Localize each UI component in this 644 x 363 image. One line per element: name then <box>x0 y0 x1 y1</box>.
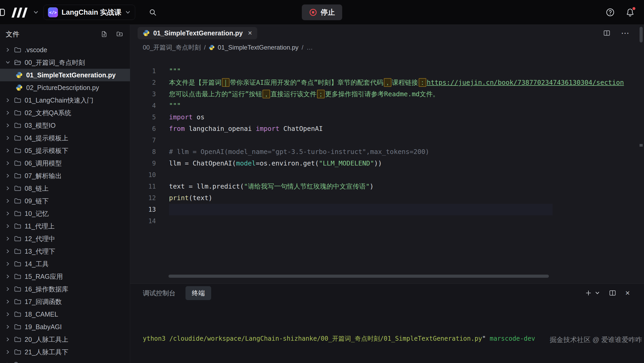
tree-item-folder[interactable]: 20_人脉工具上 <box>0 333 130 346</box>
code-line[interactable]: 9llm = ChatOpenAI(model=os.environ.get("… <box>130 158 644 169</box>
editor-area: 01_SimpleTextGeneration.py × ⋯ 00_开篇词_奇点… <box>130 25 644 284</box>
new-terminal-button[interactable] <box>585 289 600 297</box>
folder-icon <box>14 185 21 191</box>
chevron-right-icon <box>5 312 14 317</box>
python-icon <box>16 84 23 91</box>
tab-debug-console[interactable]: 调试控制台 <box>143 289 176 297</box>
code-editor[interactable]: 1""" 2本文件是【开篇词｜带你亲证AI应用开发的“奇点”时刻】章节的配套代码… <box>130 65 644 227</box>
tree-item-folder[interactable]: 02_文档QA系统 <box>0 106 130 119</box>
chevron-right-icon <box>5 110 14 115</box>
tree-item-folder[interactable]: 09_链下 <box>0 195 130 207</box>
line-number: 4 <box>130 100 156 111</box>
code-line[interactable]: 1""" <box>130 65 644 77</box>
new-folder-icon[interactable] <box>116 31 123 37</box>
folder-icon <box>14 110 21 116</box>
code-line[interactable]: 14 <box>130 215 644 227</box>
tree-item-folder-open[interactable]: 00_开篇词_奇点时刻 <box>0 56 130 69</box>
folder-icon <box>14 160 21 166</box>
breadcrumb[interactable]: 00_开篇词_奇点时刻 / 01_SimpleTextGeneration.py… <box>130 41 644 54</box>
folder-icon <box>14 298 21 305</box>
help-icon[interactable] <box>606 8 615 17</box>
folder-icon <box>14 210 21 217</box>
code-line[interactable]: 8# llm = OpenAI(model_name="gpt-3.5-turb… <box>130 146 644 158</box>
tree-item-folder[interactable]: 11_代理上 <box>0 220 130 232</box>
folder-icon <box>14 336 21 343</box>
tree-item-folder[interactable]: 15_RAG应用 <box>0 270 130 283</box>
panel-header: 调试控制台 终端 × <box>130 284 644 302</box>
line-number: 14 <box>130 215 156 227</box>
folder-icon <box>14 361 21 363</box>
tree-item-file-selected[interactable]: 01_SimpleTextGeneration.py <box>0 69 130 81</box>
tree-item-folder[interactable]: 06_调用模型 <box>0 157 130 169</box>
horizontal-scrollbar[interactable] <box>168 275 549 278</box>
breadcrumb-file[interactable]: 01_SimpleTextGeneration.py <box>218 44 298 51</box>
tree-item-folder[interactable]: 21_人脉工具下 <box>0 346 130 358</box>
split-editor-icon[interactable] <box>603 29 610 37</box>
stop-button[interactable]: 停止 <box>302 4 342 20</box>
tree-item-folder[interactable]: 04_提示模板上 <box>0 132 130 144</box>
tree-item-folder[interactable]: 05_提示模板下 <box>0 144 130 157</box>
breadcrumb-more[interactable]: … <box>307 44 313 51</box>
bell-icon[interactable] <box>626 8 635 17</box>
editor-tab-active[interactable]: 01_SimpleTextGeneration.py × <box>138 27 257 39</box>
chevron-right-icon <box>5 186 14 191</box>
code-line[interactable]: 7 <box>130 135 644 146</box>
tab-terminal[interactable]: 终端 <box>185 286 211 300</box>
more-actions-icon[interactable]: ⋯ <box>621 29 629 37</box>
tree-item-folder[interactable]: 07_解析输出 <box>0 169 130 182</box>
python-icon <box>143 30 150 36</box>
marscode-logo[interactable] <box>10 7 28 18</box>
project-switcher[interactable]: </> LangChain 实战课 <box>43 5 135 20</box>
new-file-icon[interactable] <box>101 31 108 37</box>
code-line[interactable]: 10 <box>130 169 644 181</box>
code-line[interactable]: 2本文件是【开篇词｜带你亲证AI应用开发的“奇点”时刻】章节的配套代码，课程链接… <box>130 77 644 88</box>
split-terminal-icon[interactable] <box>609 289 616 297</box>
close-icon[interactable]: × <box>248 30 252 37</box>
vertical-scrollbar[interactable] <box>640 27 643 42</box>
tree-item-file[interactable]: 02_PictureDescription.py <box>0 81 130 94</box>
tree-item-folder[interactable]: .vscode <box>0 44 130 56</box>
line-number: 12 <box>130 192 156 204</box>
code-line[interactable]: 6from langchain_openai import ChatOpenAI <box>130 123 644 135</box>
folder-icon <box>14 286 21 292</box>
tree-item-folder[interactable]: 10_记忆 <box>0 207 130 220</box>
search-icon[interactable] <box>149 8 157 16</box>
layout-toggle-icon[interactable] <box>0 8 6 17</box>
code-line[interactable]: 3您可以点击最上方的“运行”按钮，直接运行该文件；更多操作指引请参考Readme… <box>130 88 644 100</box>
code-line[interactable]: 5import os <box>130 111 644 123</box>
chevron-down-icon <box>595 290 600 296</box>
tree-item-folder[interactable]: 14_工具 <box>0 258 130 270</box>
tree-item-folder[interactable]: 16_操作数据库 <box>0 283 130 295</box>
chevron-right-icon <box>5 299 14 304</box>
tree-item-folder-partial[interactable] <box>0 358 130 363</box>
chevron-right-icon <box>5 148 14 153</box>
folder-open-icon <box>14 59 21 66</box>
tree-item-folder[interactable]: 12_代理中 <box>0 232 130 245</box>
tree-item-folder[interactable]: 13_代理下 <box>0 245 130 258</box>
chevron-down-icon <box>125 9 131 15</box>
close-panel-icon[interactable]: × <box>625 289 630 297</box>
breadcrumb-folder[interactable]: 00_开篇词_奇点时刻 <box>143 43 201 52</box>
chevron-right-icon <box>5 349 14 355</box>
tree-item-folder[interactable]: 03_模型IO <box>0 119 130 132</box>
chevron-right-icon <box>5 198 14 204</box>
tree-item-folder[interactable]: 17_回调函数 <box>0 295 130 308</box>
line-number: 6 <box>130 123 156 135</box>
code-line[interactable]: 12print(text) <box>130 192 644 204</box>
folder-icon <box>14 248 21 254</box>
tab-filename: 01_SimpleTextGeneration.py <box>153 29 243 37</box>
chevron-down-icon[interactable] <box>33 9 39 15</box>
folder-icon <box>14 135 21 141</box>
code-line-current[interactable]: 13 <box>130 204 644 215</box>
code-line[interactable]: 4""" <box>130 100 644 111</box>
tree-item-folder[interactable]: 08_链上 <box>0 182 130 195</box>
line-number: 11 <box>130 181 156 192</box>
notification-dot <box>632 7 635 10</box>
folder-icon <box>14 97 21 103</box>
tree-item-folder[interactable]: 19_BabyAGI <box>0 321 130 333</box>
breadcrumb-separator: / <box>204 44 206 51</box>
tree-item-folder[interactable]: 01_LangChain快速入门 <box>0 94 130 106</box>
chevron-right-icon <box>5 223 14 229</box>
code-line[interactable]: 11text = llm.predict("请给我写一句情人节红玫瑰的中文宣传语… <box>130 181 644 192</box>
tree-item-folder[interactable]: 18_CAMEL <box>0 308 130 321</box>
